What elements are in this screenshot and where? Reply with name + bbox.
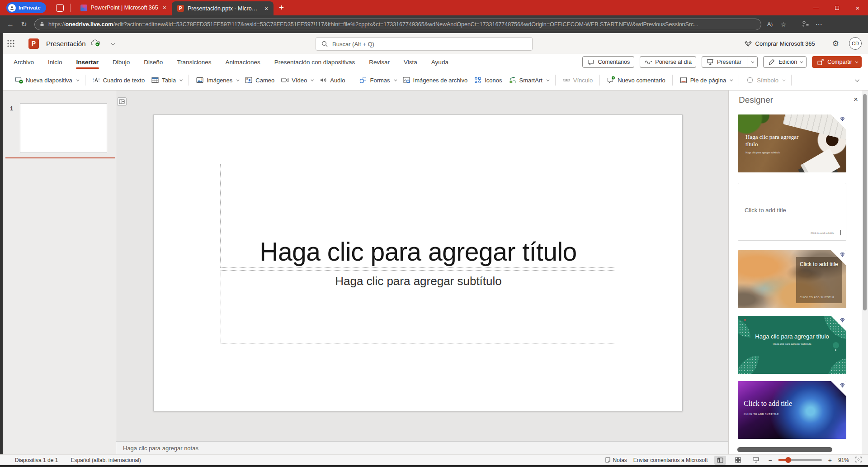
table-button[interactable]: Tabla <box>148 73 185 87</box>
feedback-link[interactable]: Enviar comentarios a Microsoft <box>633 457 708 463</box>
settings-gear-icon[interactable]: ⚙ <box>832 39 839 48</box>
tab-dibujo[interactable]: Dibujo <box>112 55 130 70</box>
tab-diseno[interactable]: Diseño <box>143 55 163 70</box>
browser-toolbar: ← ↻ https://onedrive.live.com/edit?actio… <box>0 15 868 33</box>
designer-scrollbar-track[interactable] <box>862 91 868 454</box>
design-suggestion-wood[interactable]: Haga clic para agregar título Haga clic … <box>738 114 846 172</box>
ribbon-options-chevron-icon[interactable] <box>855 77 859 82</box>
back-button[interactable]: ← <box>4 20 17 29</box>
tab-search-icon[interactable] <box>56 4 64 12</box>
favorite-star-icon[interactable]: ☆ <box>778 21 789 28</box>
zoom-slider-knob[interactable] <box>785 457 791 463</box>
grid-view-icon <box>735 457 741 463</box>
browser-tab-powerpoint-home[interactable]: PowerPoint | Microsoft 365 × <box>75 0 172 15</box>
search-input[interactable]: Buscar (Alt + Q) <box>316 37 533 51</box>
title-menu-chevron-icon[interactable] <box>111 41 115 45</box>
images-button[interactable]: Imágenes <box>193 73 241 87</box>
share-dropdown-chevron-icon[interactable] <box>855 60 858 63</box>
cameo-button[interactable]: P Cameo <box>241 73 278 87</box>
notes-toggle-button[interactable]: Notas <box>605 457 627 463</box>
tab-revisar[interactable]: Revisar <box>368 55 390 70</box>
video-button[interactable]: Vídeo <box>278 73 316 87</box>
powerpoint-logo[interactable]: P <box>28 38 39 49</box>
favorites-bar-icon[interactable] <box>799 20 811 28</box>
tab-ayuda[interactable]: Ayuda <box>431 55 449 70</box>
tab-insertar[interactable]: Insertar <box>76 55 99 70</box>
close-tab-icon[interactable]: × <box>264 5 269 12</box>
designer-scrollbar-thumb[interactable] <box>863 94 867 310</box>
premium-badge <box>831 381 846 396</box>
text-box-icon <box>92 76 100 84</box>
design-suggestion-nebula[interactable]: Click to add title CLICK TO ADD SUBTITLE <box>738 381 846 439</box>
chevron-down-icon <box>782 78 785 81</box>
audio-button[interactable]: Audio <box>316 73 348 87</box>
zoom-level[interactable]: 91% <box>838 457 849 463</box>
minimize-button[interactable]: — <box>806 0 826 15</box>
icons-button[interactable]: Iconos <box>471 73 505 87</box>
smartart-button[interactable]: SmartArt <box>505 73 552 87</box>
fit-to-window-button[interactable] <box>855 457 862 464</box>
title-placeholder[interactable]: Haga clic para agregar título <box>220 164 616 268</box>
buy-microsoft365-button[interactable]: Comprar Microsoft 365 <box>745 40 815 47</box>
slide-thumbnail-1[interactable] <box>20 103 107 153</box>
normal-view-button[interactable] <box>714 456 726 465</box>
window-edge <box>0 465 868 467</box>
present-dropdown-chevron-icon[interactable] <box>751 60 755 63</box>
symbol-button[interactable]: Símbolo <box>743 73 788 87</box>
slide-canvas[interactable]: Haga clic para agregar título Haga clic … <box>153 114 683 411</box>
title-placeholder-text: Haga clic para agregar título <box>259 237 577 267</box>
designer-horizontal-scrollbar[interactable] <box>737 447 832 452</box>
maximize-button[interactable] <box>826 0 847 15</box>
tab-animaciones[interactable]: Animaciones <box>225 55 260 70</box>
zoom-out-button[interactable]: − <box>769 457 772 464</box>
footer-button[interactable]: Pie de página <box>676 73 736 87</box>
close-window-button[interactable]: × <box>847 0 868 15</box>
address-bar[interactable]: https://onedrive.live.com/edit?action=ed… <box>34 19 761 30</box>
language-indicator[interactable]: Español (alfab. internacional) <box>71 457 141 463</box>
editing-dropdown-chevron-icon[interactable] <box>800 60 803 63</box>
refresh-button[interactable]: ↻ <box>17 20 31 29</box>
tab-transiciones[interactable]: Transiciones <box>176 55 212 70</box>
editing-mode-button[interactable]: Edición <box>763 56 807 68</box>
saved-to-cloud-icon[interactable] <box>91 39 101 48</box>
text-box-button[interactable]: Cuadro de texto <box>89 73 148 87</box>
account-avatar[interactable]: CD <box>849 37 862 50</box>
slideshow-view-button[interactable] <box>750 456 762 465</box>
tab-presentacion-con-diapositivas[interactable]: Presentación con diapositivas <box>274 55 356 70</box>
zoom-in-button[interactable]: + <box>828 457 832 464</box>
browser-menu-icon[interactable]: ⋯ <box>813 20 825 29</box>
normal-view-icon <box>717 457 723 463</box>
tab-inicio[interactable]: Inicio <box>47 55 63 70</box>
design-suggestion-minimal[interactable]: Click to add title Click to add subtitle <box>738 183 846 241</box>
cameo-icon: P <box>245 76 253 84</box>
new-slide-button[interactable]: Nueva diapositiva <box>12 73 81 87</box>
url-text: https://onedrive.live.com/edit?action=ed… <box>48 21 698 28</box>
document-title[interactable]: Presentación <box>46 40 86 48</box>
share-button[interactable]: Compartir <box>812 56 862 68</box>
tab-archivo[interactable]: Archivo <box>13 55 34 70</box>
new-tab-button[interactable]: + <box>279 3 284 13</box>
tab-vista[interactable]: Vista <box>403 55 418 70</box>
subtitle-placeholder[interactable]: Haga clic para agregar subtítulo <box>221 270 616 343</box>
stock-images-button[interactable]: Imágenes de archivo <box>399 73 471 87</box>
present-button[interactable]: Presentar <box>702 56 758 68</box>
link-button[interactable]: Vínculo <box>559 73 596 87</box>
close-designer-icon[interactable]: × <box>854 95 858 104</box>
slide-sorter-view-button[interactable] <box>732 456 744 465</box>
catch-up-button[interactable]: Ponerse al día <box>640 56 696 68</box>
browser-tab-presentation[interactable]: P Presentación.pptx - Microsoft Pow × <box>172 1 274 15</box>
collapse-panel-button[interactable] <box>117 97 127 106</box>
shapes-button[interactable]: Formas <box>356 73 399 87</box>
notes-area[interactable]: Haga clic para agregar notas <box>116 441 728 454</box>
new-comment-button[interactable]: Nuevo comentario <box>604 73 669 87</box>
inprivate-badge[interactable]: InPrivate <box>6 2 46 13</box>
comments-button[interactable]: Comentarios <box>582 56 634 68</box>
app-launcher-icon[interactable] <box>6 38 16 48</box>
read-aloud-icon[interactable]: A) <box>764 21 776 28</box>
design-suggestion-marble[interactable]: Click to add title CLICK TO ADD SUBTITLE <box>738 250 846 308</box>
slide-indicator[interactable]: Diapositiva 1 de 1 <box>15 457 58 463</box>
divider <box>85 75 85 86</box>
close-tab-icon[interactable]: × <box>162 4 167 11</box>
zoom-slider[interactable] <box>778 459 822 461</box>
design-suggestion-green[interactable]: Haga clic para agregar título Haga clic … <box>738 316 846 374</box>
